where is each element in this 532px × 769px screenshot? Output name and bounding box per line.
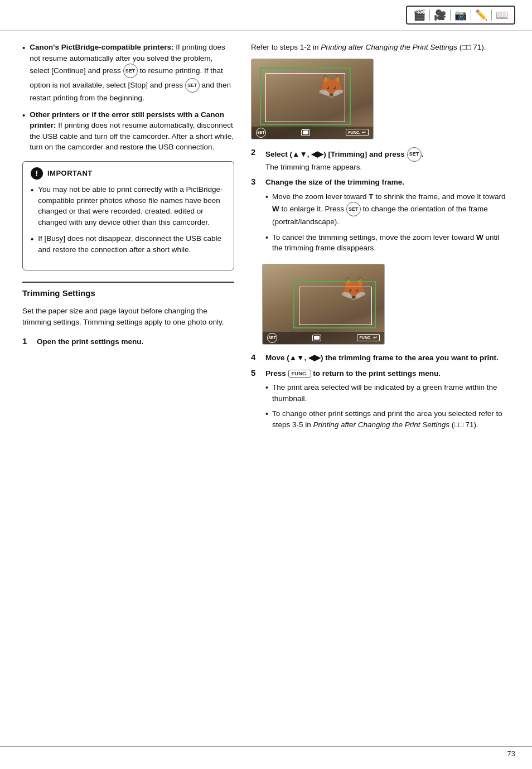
bottom-divider	[0, 746, 532, 747]
header-bar: 🎬 🎥 📷 ✏️ 📖	[0, 0, 532, 31]
step-2: 2 Select (▲▼, ◀▶) [Trimming] and press S…	[251, 147, 507, 173]
step-1-num: 1	[22, 336, 32, 346]
intro-italic: Printing after Changing the Print Settin…	[321, 43, 457, 51]
func-badge-2: FUNC. ↩	[357, 334, 380, 341]
book-icon: 📖	[496, 9, 508, 21]
header-icons: 🎬 🎥 📷 ✏️ 📖	[406, 6, 515, 25]
set-button-step3: SET	[346, 202, 361, 216]
important-item-1-text: You may not be able to print correctly w…	[38, 184, 226, 228]
important-icon: !	[31, 167, 43, 180]
set-badge-2: SET	[267, 333, 277, 343]
func-button-step5: FUNC.	[288, 370, 311, 378]
printer-notes-list: Canon's PictBridge-compatible printers: …	[22, 42, 234, 153]
intro-text: Refer to steps 1-2 in Printing after Cha…	[251, 42, 507, 53]
canon-printers-label: Canon's PictBridge-compatible printers:	[30, 43, 173, 51]
edit-icon: ✏️	[475, 9, 487, 21]
image-status-bar-2: SET FUNC. ↩	[263, 332, 384, 344]
white-frame-1	[265, 73, 345, 122]
important-header: ! IMPORTANT	[31, 167, 226, 180]
battery-icon-1	[301, 129, 310, 136]
step-3-item-1-text: Move the zoom lever toward T to shrink t…	[272, 191, 507, 228]
step-3-sub-list: Move the zoom lever toward T to shrink t…	[265, 191, 507, 254]
step-4-bold: Move (▲▼, ◀▶) the trimming frame to the …	[265, 354, 499, 362]
step-5-item-2: To change other print settings and print…	[265, 408, 507, 430]
intro-ref: (□□ 71).	[457, 43, 486, 51]
main-content: Canon's PictBridge-compatible printers: …	[0, 36, 532, 447]
important-item-1: You may not be able to print correctly w…	[31, 184, 226, 228]
icon-divider-4	[491, 9, 492, 21]
other-printers-label: Other printers or if the error still per…	[30, 110, 224, 130]
important-box: ! IMPORTANT You may not be able to print…	[22, 161, 234, 270]
list-item-canon-printers-text: Canon's PictBridge-compatible printers: …	[30, 42, 234, 104]
set-button-2: SET	[185, 78, 200, 93]
section-divider	[22, 282, 234, 283]
step-3-bold: Change the size of the trimming frame.	[265, 178, 404, 186]
func-badge-1: FUNC. ↩	[346, 129, 369, 136]
battery-icon-2	[312, 335, 321, 341]
page-number: 73	[507, 749, 515, 758]
left-column: Canon's PictBridge-compatible printers: …	[6, 36, 245, 447]
step-5: 5 Press FUNC. to return to the print set…	[251, 368, 507, 435]
step-5-num: 5	[251, 368, 261, 378]
icon-divider-2	[450, 9, 451, 21]
step-5-item-2-text: To change other print settings and print…	[272, 408, 507, 430]
step-3-num: 3	[251, 177, 261, 186]
important-label: IMPORTANT	[47, 169, 93, 177]
step-5-bold: Press FUNC. to return to the print setti…	[265, 369, 441, 378]
trimming-image-2: 🦊 SET FUNC. ↩	[262, 264, 385, 345]
step-2-period: .	[422, 149, 424, 158]
camcorder-icon: 🎬	[413, 9, 425, 21]
important-list: You may not be able to print correctly w…	[31, 184, 226, 255]
step-3: 3 Change the size of the trimming frame.…	[251, 177, 507, 258]
list-item-other-printers-text: Other printers or if the error still per…	[30, 109, 234, 153]
set-badge-1: SET	[256, 128, 266, 138]
important-item-2: If [Busy] does not disappear, disconnect…	[31, 233, 226, 255]
step-4-content: Move (▲▼, ◀▶) the trimming frame to the …	[265, 352, 507, 364]
icon-divider-1	[429, 9, 430, 21]
intro-text-start: Refer to steps 1-2 in	[251, 43, 321, 51]
step-5-content: Press FUNC. to return to the print setti…	[265, 368, 507, 435]
step-1: 1 Open the print settings menu.	[22, 336, 234, 347]
set-button-1: SET	[123, 64, 138, 78]
step-1-content: Open the print settings menu.	[37, 336, 234, 347]
camera-icon: 🎥	[434, 9, 446, 21]
step-5-sub-list: The print area selected will be indicate…	[265, 382, 507, 430]
trimming-image-1: 🦊 SET FUNC. ↩	[251, 59, 374, 139]
step-2-bold: Select (▲▼, ◀▶) [Trimming] and press	[265, 149, 405, 158]
step-5-item-1-text: The print area selected will be indicate…	[272, 382, 507, 404]
list-item-other-printers: Other printers or if the error still per…	[22, 109, 234, 153]
step-2-num: 2	[251, 147, 261, 157]
right-column: Refer to steps 1-2 in Printing after Cha…	[245, 36, 519, 447]
photo-icon: 📷	[454, 9, 467, 21]
step-2-sub: The trimming frame appears.	[265, 163, 362, 171]
step-3-content: Change the size of the trimming frame. M…	[265, 177, 507, 258]
step-4-num: 4	[251, 352, 261, 362]
important-item-2-text: If [Busy] does not disappear, disconnect…	[38, 233, 226, 255]
step-1-text: Open the print settings menu.	[37, 337, 143, 346]
step-5-item-1: The print area selected will be indicate…	[265, 382, 507, 404]
list-item-canon-printers: Canon's PictBridge-compatible printers: …	[22, 42, 234, 104]
step-4: 4 Move (▲▼, ◀▶) the trimming frame to th…	[251, 352, 507, 364]
set-button-step2: SET	[407, 147, 422, 162]
step-3-item-2-text: To cancel the trimming settings, move th…	[272, 232, 507, 254]
icon-divider-3	[471, 9, 471, 21]
step-2-content: Select (▲▼, ◀▶) [Trimming] and press SET…	[265, 147, 507, 173]
section-intro: Set the paper size and page layout befor…	[22, 306, 234, 327]
section-title: Trimming Settings	[22, 288, 234, 298]
step-3-item-1: Move the zoom lever toward T to shrink t…	[265, 191, 507, 228]
white-frame-2	[299, 287, 372, 325]
image-status-bar-1: SET FUNC. ↩	[252, 127, 373, 139]
step-3-item-2: To cancel the trimming settings, move th…	[265, 232, 507, 254]
